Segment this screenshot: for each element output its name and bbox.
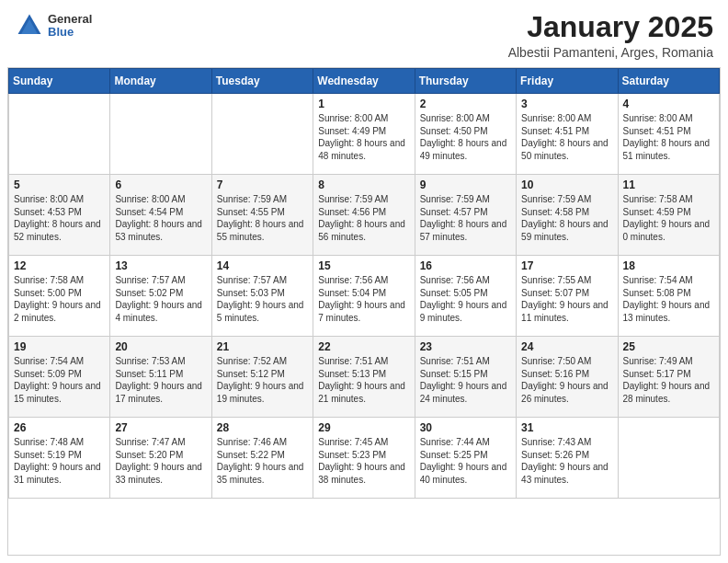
day-number: 12 bbox=[14, 259, 105, 272]
month-title: January 2025 bbox=[508, 11, 713, 43]
calendar-header: SundayMondayTuesdayWednesdayThursdayFrid… bbox=[9, 69, 720, 94]
calendar-cell: 22Sunrise: 7:51 AMSunset: 5:13 PMDayligh… bbox=[313, 337, 415, 418]
day-info: Sunrise: 7:59 AMSunset: 4:56 PMDaylight:… bbox=[318, 193, 409, 243]
day-info: Sunrise: 7:58 AMSunset: 5:00 PMDaylight:… bbox=[14, 274, 105, 324]
calendar-cell: 27Sunrise: 7:47 AMSunset: 5:20 PMDayligh… bbox=[110, 418, 211, 499]
day-info: Sunrise: 7:59 AMSunset: 4:55 PMDaylight:… bbox=[217, 193, 308, 243]
day-info: Sunrise: 7:52 AMSunset: 5:12 PMDaylight:… bbox=[217, 355, 308, 405]
day-number: 21 bbox=[217, 340, 308, 353]
day-info: Sunrise: 7:58 AMSunset: 4:59 PMDaylight:… bbox=[623, 193, 714, 243]
day-number: 3 bbox=[521, 98, 612, 110]
day-number: 28 bbox=[217, 421, 308, 434]
day-info: Sunrise: 7:50 AMSunset: 5:16 PMDaylight:… bbox=[521, 355, 612, 405]
week-row-5: 26Sunrise: 7:48 AMSunset: 5:19 PMDayligh… bbox=[9, 418, 720, 499]
day-info: Sunrise: 7:43 AMSunset: 5:26 PMDaylight:… bbox=[521, 436, 612, 486]
weekday-saturday: Saturday bbox=[618, 69, 719, 94]
weekday-monday: Monday bbox=[110, 69, 211, 94]
calendar-cell: 23Sunrise: 7:51 AMSunset: 5:15 PMDayligh… bbox=[415, 337, 516, 418]
day-number: 29 bbox=[318, 421, 409, 434]
calendar-cell: 19Sunrise: 7:54 AMSunset: 5:09 PMDayligh… bbox=[9, 337, 110, 418]
day-number: 30 bbox=[420, 421, 511, 434]
calendar-cell bbox=[110, 94, 211, 175]
day-number: 27 bbox=[115, 421, 206, 434]
day-info: Sunrise: 7:54 AMSunset: 5:09 PMDaylight:… bbox=[14, 355, 105, 405]
day-number: 31 bbox=[521, 421, 612, 434]
calendar-body: 1Sunrise: 8:00 AMSunset: 4:49 PMDaylight… bbox=[9, 94, 720, 499]
day-number: 20 bbox=[115, 340, 206, 353]
calendar-table: SundayMondayTuesdayWednesdayThursdayFrid… bbox=[8, 68, 720, 499]
calendar-cell: 13Sunrise: 7:57 AMSunset: 5:02 PMDayligh… bbox=[110, 256, 211, 337]
day-info: Sunrise: 7:57 AMSunset: 5:03 PMDaylight:… bbox=[217, 274, 308, 324]
day-info: Sunrise: 7:51 AMSunset: 5:13 PMDaylight:… bbox=[318, 355, 409, 405]
calendar-cell: 20Sunrise: 7:53 AMSunset: 5:11 PMDayligh… bbox=[110, 337, 211, 418]
day-info: Sunrise: 7:57 AMSunset: 5:02 PMDaylight:… bbox=[115, 274, 206, 324]
calendar-cell: 4Sunrise: 8:00 AMSunset: 4:51 PMDaylight… bbox=[618, 94, 719, 175]
calendar-cell: 25Sunrise: 7:49 AMSunset: 5:17 PMDayligh… bbox=[618, 337, 719, 418]
calendar-cell: 16Sunrise: 7:56 AMSunset: 5:05 PMDayligh… bbox=[415, 256, 516, 337]
day-info: Sunrise: 7:54 AMSunset: 5:08 PMDaylight:… bbox=[623, 274, 714, 324]
calendar-cell: 10Sunrise: 7:59 AMSunset: 4:58 PMDayligh… bbox=[517, 175, 618, 256]
day-info: Sunrise: 7:55 AMSunset: 5:07 PMDaylight:… bbox=[521, 274, 612, 324]
day-info: Sunrise: 8:00 AMSunset: 4:51 PMDaylight:… bbox=[623, 112, 714, 162]
calendar-cell: 5Sunrise: 8:00 AMSunset: 4:53 PMDaylight… bbox=[9, 175, 110, 256]
day-number: 9 bbox=[420, 178, 511, 191]
calendar-cell: 8Sunrise: 7:59 AMSunset: 4:56 PMDaylight… bbox=[313, 175, 415, 256]
day-info: Sunrise: 7:48 AMSunset: 5:19 PMDaylight:… bbox=[14, 436, 105, 486]
calendar-cell bbox=[211, 94, 313, 175]
weekday-thursday: Thursday bbox=[415, 69, 516, 94]
calendar-cell: 11Sunrise: 7:58 AMSunset: 4:59 PMDayligh… bbox=[618, 175, 719, 256]
day-number: 15 bbox=[318, 259, 409, 272]
weekday-wednesday: Wednesday bbox=[313, 69, 415, 94]
day-info: Sunrise: 7:56 AMSunset: 5:05 PMDaylight:… bbox=[420, 274, 511, 324]
calendar: SundayMondayTuesdayWednesdayThursdayFrid… bbox=[7, 67, 721, 556]
calendar-cell: 26Sunrise: 7:48 AMSunset: 5:19 PMDayligh… bbox=[9, 418, 110, 499]
calendar-cell: 9Sunrise: 7:59 AMSunset: 4:57 PMDaylight… bbox=[415, 175, 516, 256]
calendar-cell: 3Sunrise: 8:00 AMSunset: 4:51 PMDaylight… bbox=[517, 94, 618, 175]
calendar-cell: 24Sunrise: 7:50 AMSunset: 5:16 PMDayligh… bbox=[517, 337, 618, 418]
day-number: 10 bbox=[521, 178, 612, 191]
day-number: 2 bbox=[420, 98, 511, 110]
week-row-1: 1Sunrise: 8:00 AMSunset: 4:49 PMDaylight… bbox=[9, 94, 720, 175]
day-number: 23 bbox=[420, 340, 511, 353]
calendar-cell bbox=[9, 94, 110, 175]
weekday-tuesday: Tuesday bbox=[211, 69, 313, 94]
day-number: 26 bbox=[14, 421, 105, 434]
day-info: Sunrise: 8:00 AMSunset: 4:53 PMDaylight:… bbox=[14, 193, 105, 243]
calendar-cell: 31Sunrise: 7:43 AMSunset: 5:26 PMDayligh… bbox=[517, 418, 618, 499]
day-number: 8 bbox=[318, 178, 409, 191]
weekday-friday: Friday bbox=[517, 69, 618, 94]
calendar-cell: 6Sunrise: 8:00 AMSunset: 4:54 PMDaylight… bbox=[110, 175, 211, 256]
calendar-cell: 7Sunrise: 7:59 AMSunset: 4:55 PMDaylight… bbox=[211, 175, 313, 256]
week-row-4: 19Sunrise: 7:54 AMSunset: 5:09 PMDayligh… bbox=[9, 337, 720, 418]
calendar-cell: 14Sunrise: 7:57 AMSunset: 5:03 PMDayligh… bbox=[211, 256, 313, 337]
title-section: January 2025 Albestii Pamanteni, Arges, … bbox=[508, 11, 713, 60]
calendar-cell: 17Sunrise: 7:55 AMSunset: 5:07 PMDayligh… bbox=[517, 256, 618, 337]
logo-text: General Blue bbox=[48, 13, 92, 40]
day-info: Sunrise: 8:00 AMSunset: 4:54 PMDaylight:… bbox=[115, 193, 206, 243]
day-info: Sunrise: 7:45 AMSunset: 5:23 PMDaylight:… bbox=[318, 436, 409, 486]
day-number: 13 bbox=[115, 259, 206, 272]
calendar-cell: 29Sunrise: 7:45 AMSunset: 5:23 PMDayligh… bbox=[313, 418, 415, 499]
day-info: Sunrise: 8:00 AMSunset: 4:49 PMDaylight:… bbox=[318, 112, 409, 162]
weekday-row: SundayMondayTuesdayWednesdayThursdayFrid… bbox=[9, 69, 720, 94]
day-number: 18 bbox=[623, 259, 714, 272]
day-number: 19 bbox=[14, 340, 105, 353]
day-number: 7 bbox=[217, 178, 308, 191]
day-number: 5 bbox=[14, 178, 105, 191]
day-info: Sunrise: 7:49 AMSunset: 5:17 PMDaylight:… bbox=[623, 355, 714, 405]
day-number: 24 bbox=[521, 340, 612, 353]
calendar-cell: 21Sunrise: 7:52 AMSunset: 5:12 PMDayligh… bbox=[211, 337, 313, 418]
day-info: Sunrise: 7:47 AMSunset: 5:20 PMDaylight:… bbox=[115, 436, 206, 486]
day-info: Sunrise: 7:56 AMSunset: 5:04 PMDaylight:… bbox=[318, 274, 409, 324]
day-number: 17 bbox=[521, 259, 612, 272]
logo-general: General bbox=[48, 13, 92, 26]
calendar-cell: 1Sunrise: 8:00 AMSunset: 4:49 PMDaylight… bbox=[313, 94, 415, 175]
day-number: 11 bbox=[623, 178, 714, 191]
calendar-cell bbox=[618, 418, 719, 499]
page: General Blue January 2025 Albestii Paman… bbox=[0, 0, 728, 563]
day-info: Sunrise: 8:00 AMSunset: 4:50 PMDaylight:… bbox=[420, 112, 511, 162]
day-number: 16 bbox=[420, 259, 511, 272]
day-number: 4 bbox=[623, 98, 714, 110]
calendar-cell: 2Sunrise: 8:00 AMSunset: 4:50 PMDaylight… bbox=[415, 94, 516, 175]
calendar-cell: 18Sunrise: 7:54 AMSunset: 5:08 PMDayligh… bbox=[618, 256, 719, 337]
